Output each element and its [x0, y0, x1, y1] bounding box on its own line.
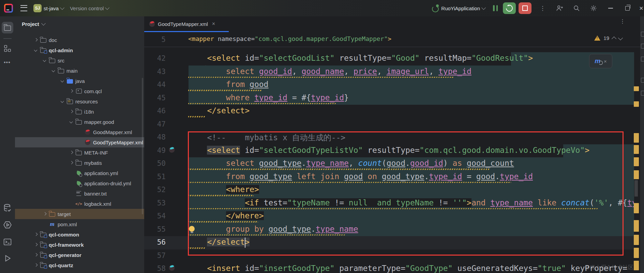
- tree-item-application-yml[interactable]: application.yml: [15, 168, 144, 178]
- tree-item-meta-inf[interactable]: META-INF: [15, 147, 144, 158]
- warning-stripe-mark[interactable]: [634, 220, 639, 232]
- services-icon[interactable]: [3, 220, 12, 229]
- chevron-collapsed-icon[interactable]: [33, 232, 39, 237]
- right-stripe-icon[interactable]: [641, 32, 644, 37]
- tree-item-qcl-admin[interactable]: qcl-admin: [15, 45, 144, 55]
- chevron-collapsed-icon[interactable]: [33, 262, 39, 268]
- tree-item-application-druid-yml[interactable]: application-druid.yml: [15, 178, 144, 188]
- scrollbar-thumb[interactable]: [634, 180, 638, 197]
- right-stripe-icon[interactable]: [641, 44, 644, 48]
- chevron-collapsed-icon[interactable]: [33, 242, 39, 247]
- structure-icon[interactable]: [3, 44, 12, 53]
- project-widget[interactable]: SJ st-java: [33, 4, 64, 12]
- add-user-icon[interactable]: [556, 4, 563, 12]
- tree-item-qcl-generator[interactable]: qcl-generator: [15, 250, 144, 260]
- tree-item-src[interactable]: src: [15, 55, 144, 66]
- project-tool-button[interactable]: [2, 22, 13, 33]
- warning-stripe-mark[interactable]: [634, 145, 639, 154]
- run-tool-icon[interactable]: [3, 254, 12, 263]
- project-tree-scrollbar[interactable]: [142, 78, 143, 214]
- tree-item-resources[interactable]: resources: [15, 96, 144, 106]
- main-menu-icon[interactable]: [20, 5, 27, 11]
- tree-item-target[interactable]: target: [15, 209, 144, 219]
- chevron-collapsed-icon[interactable]: [69, 150, 74, 155]
- code-line-47[interactable]: 47: [144, 118, 634, 131]
- chevron-expanded-icon[interactable]: [69, 119, 74, 125]
- tree-item-mapper-good[interactable]: mapper.good: [15, 117, 144, 127]
- warning-stripe-mark[interactable]: [634, 86, 639, 91]
- code-line-45[interactable]: 45 where type_id = #{type_id}: [144, 92, 634, 105]
- warning-stripe-mark[interactable]: [634, 133, 639, 143]
- chevron-expanded-icon[interactable]: [60, 78, 65, 84]
- run-configuration-widget[interactable]: RuoYiApplication: [432, 4, 485, 12]
- warning-stripe-mark[interactable]: [634, 101, 639, 107]
- chevron-expanded-icon[interactable]: [60, 99, 65, 104]
- chevron-collapsed-icon[interactable]: [42, 211, 47, 217]
- chevron-expanded-icon[interactable]: [33, 47, 39, 53]
- code-line-42[interactable]: 42 <select id="selectGoodList" resultTyp…: [144, 52, 634, 66]
- stop-button[interactable]: [519, 2, 531, 14]
- idea-logo-icon[interactable]: [4, 4, 13, 13]
- chevron-collapsed-icon[interactable]: [33, 252, 39, 258]
- right-stripe-icon[interactable]: [641, 78, 644, 83]
- tree-item-qcl-framework[interactable]: qcl-framework: [15, 240, 144, 250]
- mybatis-gutter-icon[interactable]: [169, 265, 175, 271]
- tab-goodtypemapper[interactable]: GoodTypeMapper.xml ×: [144, 16, 220, 31]
- minimize-button[interactable]: [608, 8, 613, 9]
- tree-item-qcl-common[interactable]: qcl-common: [15, 229, 144, 240]
- mybatis-gutter-icon[interactable]: [169, 147, 175, 153]
- sticky-line[interactable]: 5 <mapper namespace="com.qcl.good.mapper…: [144, 32, 644, 47]
- warning-stripe-mark[interactable]: [634, 248, 639, 258]
- chevron-expanded-icon[interactable]: [42, 58, 47, 63]
- tree-item-i18n[interactable]: i18n: [15, 106, 144, 117]
- tree-item-doc[interactable]: doc: [15, 35, 144, 45]
- warning-stripe-mark[interactable]: [634, 203, 639, 213]
- tree-item-java[interactable]: java: [15, 76, 144, 86]
- close-button[interactable]: ×: [639, 4, 644, 12]
- maven-icon[interactable]: [641, 91, 644, 96]
- restore-button[interactable]: [625, 6, 630, 11]
- chevron-collapsed-icon[interactable]: [33, 37, 39, 43]
- editor-options-icon[interactable]: ⋮: [620, 20, 625, 23]
- vcs-widget[interactable]: Version control: [70, 5, 109, 11]
- rerun-button[interactable]: [503, 2, 516, 14]
- warning-stripe-mark[interactable]: [634, 261, 639, 270]
- more-actions-icon[interactable]: ⋮: [540, 8, 545, 9]
- tree-item-qcl-quartz[interactable]: qcl-quartz: [15, 260, 144, 270]
- code-line-44[interactable]: 44 from good: [144, 78, 634, 92]
- tree-item-goodtypemapper-xml[interactable]: GoodTypeMapper.xml: [15, 137, 144, 147]
- mybatisx-floating-widget[interactable]: m ×: [589, 54, 612, 68]
- tree-item-label: application-druid.yml: [84, 181, 131, 186]
- inspections-widget[interactable]: 19: [594, 35, 622, 41]
- tree-item-mybatis[interactable]: mybatis: [15, 158, 144, 168]
- chevron-collapsed-icon[interactable]: [69, 160, 74, 166]
- chevron-collapsed-icon[interactable]: [69, 109, 74, 114]
- terminal-icon[interactable]: [3, 238, 12, 246]
- chevron-collapsed-icon[interactable]: [69, 88, 74, 94]
- project-panel-header[interactable]: Project: [15, 16, 144, 31]
- notifications-bell-icon[interactable]: [641, 57, 644, 61]
- settings-gear-icon[interactable]: [590, 4, 597, 12]
- code-line-43[interactable]: 43 select good_id, good_name, price, ima…: [144, 66, 634, 79]
- tree-item-pom-xml[interactable]: mpom.xml: [15, 219, 144, 229]
- warning-stripe-mark[interactable]: [634, 235, 639, 245]
- next-warning-icon[interactable]: [618, 35, 623, 40]
- search-icon[interactable]: [573, 4, 580, 12]
- pause-button[interactable]: [493, 5, 498, 11]
- tab-close-icon[interactable]: ×: [212, 21, 215, 27]
- database-icon[interactable]: [3, 203, 12, 212]
- error-stripe[interactable]: [633, 16, 640, 273]
- warning-stripe-mark[interactable]: [634, 157, 639, 166]
- chevron-expanded-icon[interactable]: [51, 68, 56, 73]
- tree-item-main[interactable]: main: [15, 66, 144, 76]
- tree-item-logback-xml[interactable]: </>logback.xml: [15, 199, 144, 209]
- warning-stripe-mark[interactable]: [634, 170, 639, 179]
- more-tool-windows-icon[interactable]: •••: [4, 59, 11, 66]
- prev-warning-icon[interactable]: [612, 37, 616, 41]
- close-icon[interactable]: ×: [604, 58, 607, 64]
- tree-item-goodmapper-xml[interactable]: GoodMapper.xml: [15, 127, 144, 137]
- tree-item-com-qcl[interactable]: com.qcl: [15, 86, 144, 96]
- code-line-46[interactable]: 46 </select>: [144, 105, 634, 118]
- code-line-58[interactable]: 58 <insert id="insertGoodType" parameter…: [144, 262, 634, 273]
- tree-item-banner-txt[interactable]: banner.txt: [15, 188, 144, 199]
